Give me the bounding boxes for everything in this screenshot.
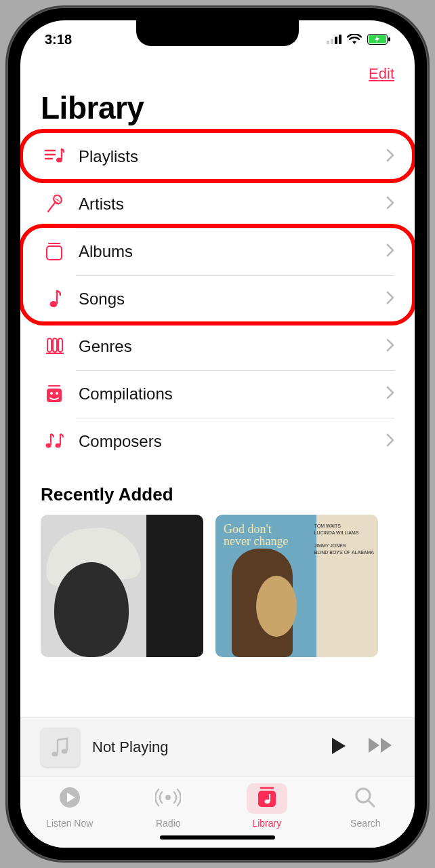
svg-point-10 [56,158,62,163]
svg-point-23 [56,443,61,448]
genres-icon [39,337,69,356]
chevron-right-icon [386,243,394,260]
tab-label: Library [252,818,281,829]
svg-point-21 [56,392,58,395]
svg-point-24 [52,751,58,756]
now-playing-art [41,728,80,767]
row-label: Compilations [69,384,386,403]
screen: 3:18 Edit Library Playlists [20,20,415,848]
cellular-icon [327,35,341,44]
album-art[interactable]: God don'tnever change TOM WAITSLUCINDA W… [215,515,378,657]
chevron-right-icon [386,338,394,355]
tab-label: Search [350,818,380,829]
library-row-songs[interactable]: Songs [27,275,408,323]
page-title: Library [20,87,415,133]
chevron-right-icon [386,433,394,450]
chevron-right-icon [386,196,394,212]
nav-bar: Edit [20,58,415,87]
artists-icon [39,195,69,214]
status-time: 3:18 [45,32,72,47]
radio-icon [155,786,181,809]
listen-now-icon [58,786,81,809]
svg-rect-2 [335,37,337,44]
row-label: Genres [69,337,386,356]
svg-point-22 [46,443,51,448]
svg-line-12 [48,203,55,212]
svg-rect-16 [53,338,57,352]
compilations-icon [39,384,69,403]
tab-search[interactable]: Search [316,783,415,848]
row-label: Playlists [69,147,386,166]
svg-line-32 [369,801,374,806]
search-icon [354,786,377,809]
svg-point-15 [50,301,58,307]
svg-point-25 [62,749,68,753]
svg-point-30 [264,800,270,804]
album-art[interactable] [41,515,203,657]
library-row-genres[interactable]: Genres [27,323,408,370]
edit-button[interactable]: Edit [369,65,394,83]
battery-icon [367,34,390,45]
forward-button[interactable] [367,736,394,758]
albums-icon [39,242,69,261]
row-label: Albums [69,242,386,261]
svg-point-27 [165,795,171,800]
row-label: Composers [69,432,386,451]
svg-rect-14 [47,246,62,260]
library-row-compilations[interactable]: Compilations [27,370,408,418]
now-playing-bar[interactable]: Not Playing [20,717,415,776]
svg-rect-0 [327,41,329,44]
music-note-icon [51,737,70,757]
tab-label: Radio [156,818,181,829]
home-indicator[interactable] [160,835,275,840]
library-row-albums[interactable]: Albums [27,228,408,275]
library-row-artists[interactable]: Artists [27,180,408,228]
composers-icon [39,433,69,450]
wifi-icon [347,34,362,45]
svg-rect-1 [331,39,333,44]
library-list: Playlists Artists Albums [20,133,415,465]
chevron-right-icon [386,149,394,165]
row-label: Songs [69,290,386,309]
notch [136,20,299,46]
play-button[interactable] [331,736,347,758]
device-frame: 3:18 Edit Library Playlists [7,7,428,861]
recently-added-title: Recently Added [20,465,415,515]
status-right [327,34,390,45]
svg-rect-29 [258,791,276,807]
now-playing-controls [331,736,394,758]
songs-icon [39,290,69,309]
chevron-right-icon [386,386,394,402]
svg-rect-6 [388,37,390,41]
library-row-playlists[interactable]: Playlists [27,133,408,180]
chevron-right-icon [386,291,394,307]
tab-label: Listen Now [46,818,93,829]
recently-added-row: God don'tnever change TOM WAITSLUCINDA W… [20,515,415,657]
library-row-composers[interactable]: Composers [27,418,408,465]
playlists-icon [39,148,69,165]
tab-listen-now[interactable]: Listen Now [20,783,119,848]
now-playing-label: Not Playing [92,738,318,756]
library-icon [256,786,278,809]
svg-point-20 [50,392,53,395]
row-label: Artists [69,195,386,214]
svg-rect-3 [339,35,341,44]
